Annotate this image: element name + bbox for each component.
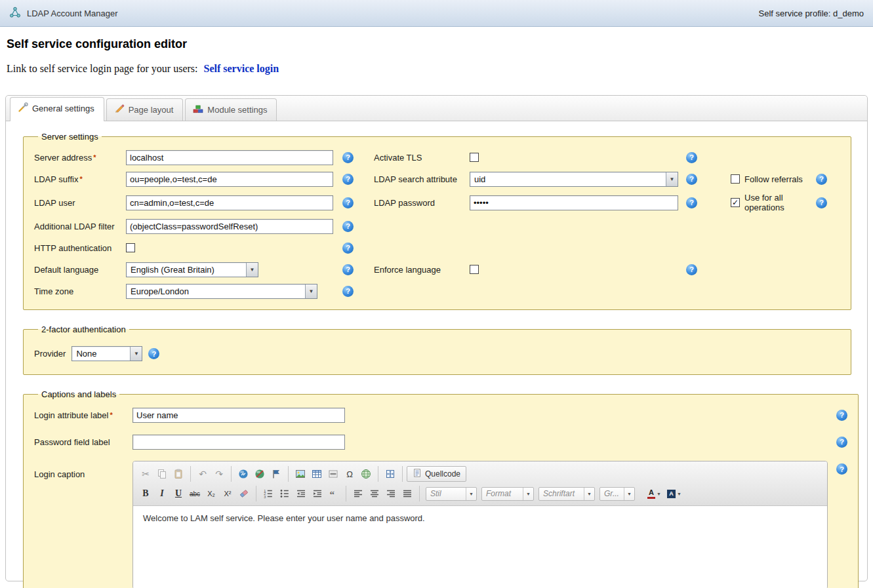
help-icon[interactable] — [816, 174, 827, 185]
underline-button[interactable]: U — [171, 486, 186, 501]
wrench-icon — [18, 102, 28, 115]
server-settings-legend: Server settings — [38, 132, 102, 142]
required-asterisk: * — [93, 153, 96, 161]
help-icon[interactable] — [686, 174, 697, 185]
help-icon[interactable] — [148, 348, 159, 359]
text-color-button[interactable]: A ▼ — [645, 486, 664, 501]
style-combo[interactable]: Stil ▼ — [426, 487, 477, 501]
provider-select[interactable]: None ▼ — [71, 346, 142, 361]
server-address-label: Server address* — [34, 149, 126, 165]
unlink-icon[interactable] — [252, 467, 268, 481]
help-icon[interactable] — [686, 197, 697, 208]
default-language-select[interactable]: English (Great Britain) ▼ — [126, 262, 258, 277]
server-address-input[interactable] — [126, 150, 333, 165]
globe-icon[interactable] — [358, 467, 374, 481]
app-title: LDAP Account Manager — [27, 9, 118, 18]
general-settings-panel: Server settings Server address* Activate… — [6, 121, 867, 588]
password-field-label-input[interactable] — [132, 435, 345, 450]
align-center-icon[interactable] — [367, 486, 382, 501]
image-icon[interactable] — [293, 467, 308, 481]
follow-referrals-checkbox[interactable] — [731, 174, 740, 184]
editor-content-area[interactable]: Welcome to LAM self service. Please ente… — [133, 506, 827, 588]
time-zone-label: Time zone — [34, 283, 126, 299]
page-title: Self service configuration editor — [7, 37, 873, 51]
help-icon[interactable] — [836, 437, 847, 448]
tab-general-settings[interactable]: General settings — [10, 97, 104, 121]
default-language-label: Default language — [34, 262, 126, 277]
table-icon[interactable] — [309, 467, 325, 481]
additional-ldap-filter-input[interactable] — [126, 219, 333, 234]
password-field-label: Password field label — [34, 434, 132, 450]
indent-icon[interactable] — [310, 486, 325, 501]
numbered-list-icon[interactable]: 123 — [260, 486, 276, 501]
login-attribute-input[interactable] — [132, 408, 345, 423]
strikethrough-button[interactable]: abc — [187, 486, 203, 501]
copy-icon[interactable] — [154, 467, 170, 481]
font-combo[interactable]: Schriftart ▼ — [538, 487, 595, 501]
redo-icon[interactable]: ↷ — [211, 467, 227, 481]
ldap-user-label: LDAP user — [34, 195, 126, 210]
font-size-combo[interactable]: Gr... ▼ — [599, 487, 635, 501]
follow-referrals-label: Follow referrals — [744, 174, 803, 184]
enforce-language-checkbox[interactable] — [470, 265, 479, 274]
bulleted-list-icon[interactable] — [277, 486, 293, 501]
help-icon[interactable] — [342, 174, 354, 185]
background-color-button[interactable]: A ▼ — [664, 486, 684, 501]
chevron-down-icon: ▼ — [657, 492, 661, 496]
help-icon[interactable] — [836, 410, 847, 421]
align-left-icon[interactable] — [350, 486, 366, 501]
paste-icon[interactable] — [171, 467, 186, 481]
help-icon[interactable] — [342, 243, 354, 254]
tab-page-layout[interactable]: Page layout — [106, 98, 184, 121]
ldap-user-input[interactable] — [126, 195, 333, 210]
anchor-flag-icon[interactable] — [268, 467, 284, 481]
cut-icon[interactable]: ✂ — [138, 467, 153, 481]
outdent-icon[interactable] — [293, 486, 309, 501]
tab-module-settings[interactable]: Module settings — [185, 98, 277, 121]
help-icon[interactable] — [342, 197, 354, 208]
help-icon[interactable] — [686, 264, 697, 275]
format-combo[interactable]: Format ▼ — [481, 487, 534, 501]
captions-fieldset: Captions and labels Login attribute labe… — [23, 389, 859, 588]
source-code-button[interactable]: Quellcode — [407, 466, 466, 482]
login-attribute-label: Login attribute label* — [34, 407, 132, 423]
maximize-icon[interactable] — [382, 467, 398, 481]
blockquote-icon[interactable]: “ — [326, 486, 342, 501]
ldap-search-attribute-select[interactable]: uid ▼ — [470, 172, 678, 187]
help-icon[interactable] — [342, 286, 354, 297]
bold-button[interactable]: B — [138, 486, 153, 501]
use-for-all-operations-checkbox[interactable]: ✓ — [731, 198, 740, 207]
special-character-icon[interactable]: Ω — [342, 467, 357, 481]
help-icon[interactable] — [836, 463, 847, 475]
help-icon[interactable] — [342, 152, 354, 163]
chevron-down-icon: ▼ — [130, 347, 142, 361]
italic-button[interactable]: I — [154, 486, 170, 501]
horizontal-rule-icon[interactable] — [325, 467, 341, 481]
http-authentication-checkbox[interactable] — [126, 243, 135, 252]
help-icon[interactable] — [342, 264, 354, 275]
ldap-suffix-input[interactable] — [126, 172, 333, 187]
link-icon[interactable] — [235, 467, 251, 481]
remove-format-icon[interactable] — [236, 486, 252, 501]
align-justify-icon[interactable] — [399, 486, 415, 501]
server-settings-fieldset: Server settings Server address* Activate… — [23, 132, 851, 310]
chevron-down-icon: ▼ — [246, 263, 258, 277]
self-service-login-link[interactable]: Self service login — [203, 63, 279, 74]
tab-header: General settings Page layout — [6, 96, 867, 121]
time-zone-select[interactable]: Europe/London ▼ — [126, 284, 317, 299]
undo-icon[interactable]: ↶ — [195, 467, 211, 481]
superscript-button[interactable]: X² — [220, 486, 235, 501]
chevron-down-icon: ▼ — [523, 488, 533, 500]
ldap-password-input[interactable] — [470, 195, 678, 210]
help-icon[interactable] — [816, 197, 827, 208]
help-icon[interactable] — [342, 221, 354, 232]
login-line-text: Link to self service login page for your… — [7, 63, 197, 74]
ldap-password-label: LDAP password — [374, 195, 470, 210]
subscript-button[interactable]: X₂ — [203, 486, 219, 501]
svg-text:3: 3 — [264, 495, 266, 499]
help-icon[interactable] — [686, 152, 697, 163]
svg-text:“: “ — [330, 489, 335, 500]
align-right-icon[interactable] — [383, 486, 399, 501]
http-authentication-label: HTTP authentication — [34, 240, 126, 256]
activate-tls-checkbox[interactable] — [470, 153, 479, 162]
